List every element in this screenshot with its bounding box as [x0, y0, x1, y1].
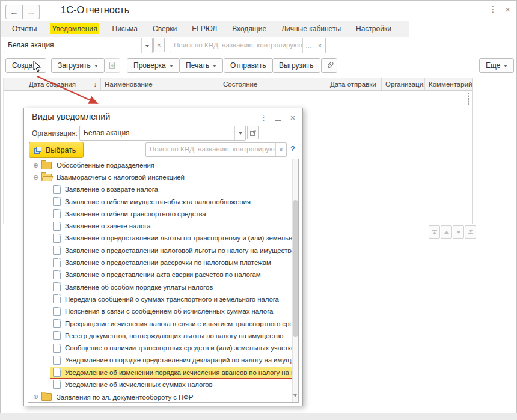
tree-item-folder[interactable]: ⊕ Заявления по эл. документообороту с ПФ…	[28, 391, 298, 403]
column-header-name[interactable]: Наименование	[101, 78, 219, 90]
dialog-search-input[interactable]: Поиск по КНД, названию, контролирующем..…	[145, 142, 287, 157]
column-label: Организация	[385, 81, 425, 88]
sort-descending-icon: ↓	[94, 81, 97, 88]
load-button[interactable]: Загрузить	[51, 58, 105, 73]
column-header-state[interactable]: Состояние	[219, 78, 326, 90]
organization-filter-combobox[interactable]: Белая акация	[4, 38, 153, 53]
tree-item-doc[interactable]: Заявление о предоставлении льготы по тра…	[28, 233, 298, 245]
tab-settings[interactable]: Настройки	[354, 23, 393, 34]
empty-selected-row[interactable]	[5, 93, 469, 105]
tab-notifications[interactable]: Уведомления	[50, 23, 99, 34]
document-icon	[53, 197, 61, 206]
dialog-menu-icon[interactable]: ⋮	[260, 113, 268, 122]
more-button[interactable]: Еще	[479, 58, 514, 73]
forward-button[interactable]: →	[23, 5, 40, 19]
search-clear-button[interactable]: ×	[314, 38, 325, 53]
tree-item-doc-selected[interactable]: Уведомление об изменении порядка исчисле…	[28, 367, 298, 379]
search-more-button[interactable]: ...	[302, 38, 314, 53]
filter-row: Белая акация × Поиск по КНД, названию, к…	[1, 38, 516, 53]
export-button[interactable]: Выгрузить	[272, 58, 320, 73]
tree-item-doc[interactable]: Прекращение исчисления налога в связи с …	[28, 318, 298, 330]
column-header-send-date[interactable]: Дата отправки	[326, 78, 382, 90]
organization-clear-button[interactable]: ×	[153, 38, 165, 52]
open-link-icon	[249, 129, 257, 136]
scroll-down-icon[interactable]	[293, 394, 297, 399]
window-menu-icon[interactable]: ⋮	[489, 4, 497, 14]
scrollbar-thumb[interactable]	[293, 200, 298, 337]
document-icon	[53, 380, 61, 389]
tree-item-doc[interactable]: Заявление о представлении акта сверки ра…	[28, 269, 298, 281]
column-header-creation-date[interactable]: Дата создания ↓	[25, 78, 101, 90]
dropdown-arrow-icon[interactable]	[141, 38, 152, 53]
print-button-label: Печать	[186, 61, 209, 70]
paperclip-icon	[325, 61, 334, 70]
column-header-organization[interactable]: Организация	[382, 78, 425, 90]
tree-item-doc[interactable]: Пояснения в связи с сообщением об исчисл…	[28, 306, 298, 318]
tree-item-doc[interactable]: Уведомление о порядке представления декл…	[28, 355, 298, 367]
search-input[interactable]: Поиск по КНД, названию, контролирующему …	[170, 38, 326, 53]
tree-item-folder[interactable]: ⊕ Обособленные подразделения	[28, 159, 298, 171]
tree-item-doc[interactable]: Заявление о гибели имущества-объекта нал…	[28, 196, 298, 208]
search-placeholder: Поиск по КНД, названию, контролирующему …	[170, 38, 302, 53]
send-button[interactable]: Отправить	[224, 58, 273, 73]
tree-item-label: Сообщение о наличии транспортных средств…	[65, 344, 298, 352]
dialog-search-clear-button[interactable]: ×	[275, 143, 286, 156]
check-button[interactable]: Проверка	[127, 58, 180, 73]
tree-item-doc[interactable]: Заявление о предоставлении налоговой льг…	[28, 245, 298, 257]
tab-incoming[interactable]: Входящие	[230, 23, 268, 34]
tree-item-label: Заявление о представлении акта сверки ра…	[65, 271, 261, 278]
tab-reconciliations[interactable]: Сверки	[151, 23, 179, 34]
tree-item-doc[interactable]: Заявление о возврате налога	[28, 184, 298, 196]
open-organization-button[interactable]	[247, 126, 259, 139]
expand-icon[interactable]: ⊕	[32, 393, 40, 401]
forward-icon: →	[27, 7, 35, 17]
tree-item-label: Уведомление об изменении порядка исчисле…	[65, 369, 299, 376]
move-top-button[interactable]	[429, 225, 440, 239]
document-icon	[53, 270, 61, 279]
tab-reports[interactable]: Отчеты	[10, 23, 38, 34]
expand-icon[interactable]: ⊕	[32, 162, 40, 169]
document-icon	[53, 319, 61, 328]
tree-item-doc[interactable]: Заявление о зачете налога	[28, 220, 298, 232]
document-icon	[53, 234, 61, 243]
dialog-close-icon[interactable]: ×	[290, 113, 295, 123]
move-up-button[interactable]	[441, 225, 452, 239]
tree-item-doc[interactable]: Уведомление об исчисленных суммах налого…	[28, 379, 298, 391]
print-button[interactable]: Печать	[179, 58, 223, 73]
tree-item-doc[interactable]: Передача сообщений о суммах транспортног…	[28, 293, 298, 305]
tab-egrul[interactable]: ЕГРЮЛ	[190, 23, 219, 34]
collapse-icon[interactable]: ⊖	[32, 174, 40, 181]
attachment-button[interactable]	[321, 58, 337, 73]
tree-item-label: Заявление о гибели имущества-объекта нал…	[65, 198, 251, 205]
dialog-organization-combobox[interactable]: Белая акация	[79, 126, 246, 141]
folder-icon	[41, 393, 52, 401]
tree-item-doc[interactable]: Заявление о гибели транспортного средств…	[28, 208, 298, 220]
create-button[interactable]: Создать	[5, 58, 46, 73]
window-close-icon[interactable]: ×	[505, 4, 510, 14]
back-button[interactable]: ←	[5, 5, 23, 19]
select-button[interactable]: Выбрать	[29, 142, 84, 158]
tree-item-folder[interactable]: ⊖ Взаиморасчеты с налоговой инспекцией	[28, 171, 298, 183]
document-icon	[53, 368, 61, 377]
tab-personal-accounts[interactable]: Личные кабинеты	[280, 23, 343, 34]
list-scrollbar[interactable]	[292, 159, 298, 402]
help-link[interactable]: ?	[290, 144, 295, 153]
tree-item-doc[interactable]: Сообщение о наличии транспортных средств…	[28, 342, 298, 354]
notification-types-list[interactable]: ⊕ Обособленные подразделения ⊖ Взаиморас…	[28, 159, 299, 403]
tree-item-label: Прекращение исчисления налога в связи с …	[65, 320, 299, 327]
tree-item-doc[interactable]: Реестр документов, потверждающих льготы …	[28, 330, 298, 342]
tree-item-doc[interactable]: Заявление об особом порядке уплаты налог…	[28, 281, 298, 293]
more-button-label: Еще	[486, 61, 500, 70]
tree-item-doc[interactable]: Заявление о предоставлении рассрочки по …	[28, 257, 298, 269]
dialog-maximize-icon[interactable]	[275, 115, 281, 121]
document-icon	[53, 307, 61, 316]
document-icon	[53, 331, 61, 340]
dropdown-arrow-icon[interactable]	[234, 126, 245, 140]
column-header-comment[interactable]: Комментарий	[425, 78, 472, 90]
column-header-empty[interactable]	[4, 78, 25, 90]
tab-letters[interactable]: Письма	[111, 23, 140, 34]
move-down-button[interactable]	[453, 225, 464, 239]
document-icon	[53, 258, 61, 267]
move-bottom-button[interactable]	[465, 225, 476, 239]
select-icon	[34, 146, 42, 154]
